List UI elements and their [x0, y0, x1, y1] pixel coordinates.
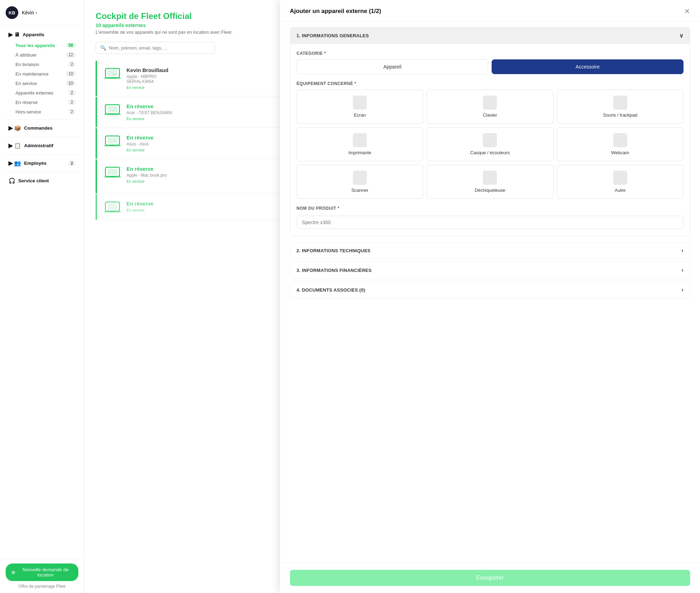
accordion-section-1: 1. INFORMATIONS GENERALES ∨ CATEGORIE * …: [290, 27, 690, 236]
modal-footer: Enregistrer: [280, 562, 700, 593]
subitem-label: Appareils externes: [15, 90, 53, 96]
subitem-label: En réserve: [15, 100, 38, 105]
accordion-section-4: 4. DOCUMENTS ASSOCIES (0) ›: [290, 281, 690, 298]
section-2-label: 2. INFORMATIONS TECHNIQUES: [297, 248, 371, 253]
sidebar-subitem-externes[interactable]: Appareils externes 2: [3, 88, 81, 97]
category-accessoire-button[interactable]: Accessoire: [492, 59, 683, 74]
search-icon: 🔍: [100, 45, 106, 51]
sidebar-item-administratif[interactable]: ▶ 📋 Administratif: [3, 140, 81, 151]
subitem-count: 10: [66, 80, 76, 86]
section-3-label: 3. INFORMATIONS FINANCIÈRES: [297, 268, 372, 273]
subitem-count: 2: [68, 99, 76, 105]
device-icon: [104, 67, 121, 80]
clavier-icon: [483, 96, 497, 110]
equip-scanner[interactable]: Scanner: [297, 165, 423, 199]
equip-label: Scanner: [301, 188, 419, 193]
title-plain: Cockpit de: [96, 11, 141, 21]
chevron-right-icon-3: ›: [681, 267, 683, 273]
administratif-icon: ▶ 📋: [8, 142, 21, 149]
modal-overlay: Ajouter un appareil externe (1/2) ✕ 1. I…: [280, 0, 700, 593]
equip-webcam[interactable]: Webcam: [557, 127, 683, 161]
circle-check-icon: ⊕: [11, 569, 15, 575]
accordion-header-4[interactable]: 4. DOCUMENTS ASSOCIES (0) ›: [290, 282, 690, 298]
search-input[interactable]: [109, 45, 210, 51]
commandes-icon: ▶ 📦: [8, 125, 21, 131]
category-appareil-button[interactable]: Appareil: [297, 59, 488, 74]
svg-rect-20: [110, 211, 115, 212]
sidebar-subitem-attribuer[interactable]: À attribuer 12: [3, 50, 81, 59]
equip-label: Casque / écouteurs: [431, 150, 549, 155]
sidebar-item-service-client[interactable]: 🎧 Service client: [3, 175, 81, 187]
webcam-icon: [613, 133, 627, 147]
equip-souris[interactable]: Souris / trackpad: [557, 90, 683, 124]
svg-rect-6: [108, 106, 117, 112]
equip-clavier[interactable]: Clavier: [427, 90, 553, 124]
sidebar-subitem-service[interactable]: En service 10: [3, 79, 81, 88]
section-4-label: 4. DOCUMENTS ASSOCIES (0): [297, 287, 365, 293]
product-name-input[interactable]: [297, 216, 683, 229]
accordion-header-1[interactable]: 1. INFORMATIONS GENERALES ∨: [290, 27, 690, 44]
svg-rect-12: [110, 145, 115, 146]
new-request-button[interactable]: ⊕ Nouvelle demande de location: [6, 563, 78, 581]
subitem-count: 2: [68, 61, 76, 67]
svg-rect-3: [110, 78, 115, 78]
sidebar-subitem-maintenance[interactable]: En maintenance 10: [3, 69, 81, 78]
save-button[interactable]: Enregistrer: [290, 570, 690, 586]
employes-count: 2: [68, 161, 76, 166]
equip-dechiqueteuse[interactable]: Déchiqueteuse: [427, 165, 553, 199]
svg-rect-14: [108, 169, 117, 175]
parrainage-link[interactable]: Offre de parrainage Fleet: [6, 584, 78, 589]
device-icon: [104, 201, 121, 213]
chevron-right-icon: ›: [681, 247, 683, 254]
title-bold: Fleet Official: [141, 11, 192, 21]
nav-divider-4: [6, 172, 78, 172]
sidebar-item-commandes[interactable]: ▶ 📦 Commandes: [3, 122, 81, 134]
scanner-icon: [353, 171, 367, 185]
service-client-icon: 🎧: [8, 177, 15, 184]
svg-rect-10: [108, 137, 117, 144]
nav-divider-1: [6, 119, 78, 119]
equip-casque[interactable]: Casque / écouteurs: [427, 127, 553, 161]
svg-rect-16: [110, 176, 115, 177]
accordion-section-2: 2. INFORMATIONS TECHNIQUES ›: [290, 242, 690, 259]
section-1-label: 1. INFORMATIONS GENERALES: [297, 33, 369, 38]
equipment-label: ÉQUIPEMENT CONCERNÉ *: [297, 81, 683, 86]
appareils-icon: ▶ 🖥: [8, 31, 20, 38]
sidebar-subitem-livraison[interactable]: En livraison 2: [3, 60, 81, 69]
sidebar-subitem-reserve[interactable]: En réserve 2: [3, 98, 81, 107]
subitem-count: 2: [68, 90, 76, 96]
device-icon: [104, 166, 121, 178]
sidebar-subitem-tous[interactable]: Tous les appareils 58: [3, 41, 81, 50]
subitem-count: 58: [66, 43, 76, 48]
sidebar-item-employes[interactable]: ▶ 👥 Employés 2: [3, 157, 81, 169]
accordion-header-2[interactable]: 2. INFORMATIONS TECHNIQUES ›: [290, 242, 690, 259]
sidebar-subitem-hors[interactable]: Hors-service 2: [3, 107, 81, 116]
autre-icon: [613, 171, 627, 185]
device-icon: [104, 103, 121, 116]
sidebar-header: KB Kévin ▾: [0, 0, 84, 26]
equip-autre[interactable]: Autre: [557, 165, 683, 199]
subitem-label: En service: [15, 81, 37, 86]
accordion-body-1: CATEGORIE * Appareil Accessoire ÉQUIPEME…: [290, 44, 690, 236]
modal-close-button[interactable]: ✕: [684, 7, 690, 15]
sidebar-item-label: Appareils: [22, 32, 44, 37]
subitem-count: 12: [66, 52, 76, 58]
sidebar-item-appareils[interactable]: ▶ 🖥 Appareils: [3, 29, 81, 40]
chevron-up-icon: ∨: [679, 32, 683, 39]
accordion-header-3[interactable]: 3. INFORMATIONS FINANCIÈRES ›: [290, 262, 690, 278]
search-bar[interactable]: 🔍: [96, 42, 215, 54]
sidebar-item-label: Commandes: [24, 125, 52, 131]
user-name-label: Kévin: [22, 10, 34, 15]
subitem-count: 10: [66, 71, 76, 77]
equipment-grid: Ecran Clavier Souris / trackpad Impriman…: [297, 90, 683, 199]
equip-imprimante[interactable]: Imprimante: [297, 127, 423, 161]
category-label: CATEGORIE *: [297, 51, 683, 56]
sidebar: KB Kévin ▾ ▶ 🖥 Appareils Tous les appare…: [0, 0, 84, 593]
sidebar-item-label: Service client: [18, 178, 49, 183]
equip-label: Ecran: [301, 112, 419, 118]
subitem-label: Tous les appareils: [15, 43, 55, 48]
employes-icon: ▶ 👥: [8, 160, 21, 167]
accordion-section-3: 3. INFORMATIONS FINANCIÈRES ›: [290, 262, 690, 279]
user-name[interactable]: Kévin ▾: [22, 10, 37, 15]
equip-ecran[interactable]: Ecran: [297, 90, 423, 124]
